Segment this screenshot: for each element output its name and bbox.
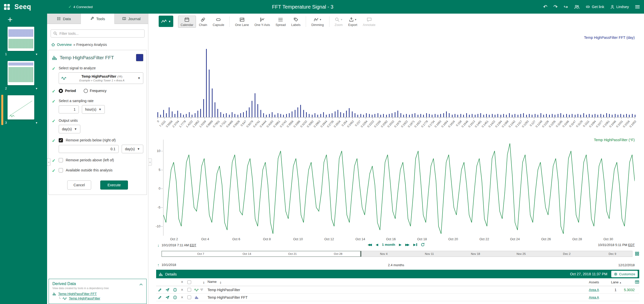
row-checkbox[interactable] bbox=[187, 288, 191, 292]
one-y-axis-button[interactable]: One Y-Axis bbox=[252, 16, 273, 28]
undo-icon[interactable]: ↶ bbox=[543, 4, 548, 9]
step-back-half-icon[interactable]: ◀ bbox=[376, 243, 378, 246]
remove-all-icon[interactable]: × bbox=[179, 280, 185, 284]
execute-button[interactable]: Execute bbox=[100, 180, 128, 190]
remove-below-input[interactable] bbox=[59, 145, 119, 153]
row-asset-link[interactable]: Area A bbox=[589, 288, 599, 292]
scrubber-track[interactable]: Oct 7Oct 14Oct 21Oct 28Nov 4Nov 11Nov 18… bbox=[161, 251, 632, 257]
info-icon[interactable] bbox=[171, 288, 179, 292]
color-swatch[interactable] bbox=[136, 54, 143, 61]
home-icon[interactable] bbox=[51, 43, 55, 47]
output-unit-dropdown[interactable]: day(s) ▼ bbox=[59, 125, 80, 133]
step-to-end-icon[interactable]: ▶ bbox=[413, 243, 417, 246]
sort-icon[interactable]: ▲▼ bbox=[220, 281, 222, 284]
calendar-button[interactable]: Calendar bbox=[178, 16, 196, 28]
tab-tools[interactable]: Tools bbox=[81, 14, 115, 24]
annotate-button[interactable]: Annotate bbox=[360, 16, 378, 28]
cancel-button[interactable]: Cancel bbox=[67, 180, 91, 190]
assets-column-header[interactable]: Assets bbox=[589, 280, 599, 284]
filter-tools-input[interactable] bbox=[51, 29, 145, 38]
row-name[interactable]: Temp HighPassFilter FFT bbox=[208, 295, 589, 299]
redo-icon[interactable]: ↷ bbox=[553, 4, 558, 9]
scroll-up-icon[interactable]: ↑ bbox=[157, 263, 159, 267]
remove-icon[interactable]: × bbox=[179, 295, 185, 300]
send-icon[interactable] bbox=[164, 295, 171, 299]
investigate-duration[interactable]: 2.4 months bbox=[388, 263, 404, 267]
capsule-button[interactable]: Capsule bbox=[210, 16, 227, 28]
details-row-temp-highpassfilter[interactable]: × °F Temp HighPassFilter Area A 1 5.3032 bbox=[156, 286, 639, 294]
chain-button[interactable]: Chain bbox=[196, 16, 210, 28]
edit-icon[interactable] bbox=[156, 288, 164, 292]
lane-column-header[interactable]: Lane bbox=[611, 280, 619, 284]
signal-select-dropdown[interactable]: Temp HighPassFilter (°F) Example » Cooli… bbox=[59, 72, 143, 84]
labels-button[interactable]: Labels bbox=[289, 16, 303, 28]
remove-below-unit-dropdown[interactable]: day(s) ▼ bbox=[122, 145, 143, 153]
expand-range-icon[interactable] bbox=[635, 252, 639, 256]
fft-bars[interactable] bbox=[157, 35, 635, 117]
step-forward-half-icon[interactable]: ▶ bbox=[399, 243, 401, 246]
remove-above-checkbox[interactable] bbox=[59, 158, 63, 162]
available-outside-checkbox[interactable] bbox=[59, 168, 63, 172]
one-lane-button[interactable]: One Lane bbox=[232, 16, 251, 28]
line-y-labels[interactable]: 1050-5-10 bbox=[155, 140, 163, 236]
new-worksheet-button[interactable]: + bbox=[8, 15, 47, 24]
row-asset-link[interactable]: Area A bbox=[589, 295, 599, 299]
customize-button[interactable]: Customize bbox=[611, 271, 638, 277]
derived-item-child-link[interactable]: Temp HighPassFilter bbox=[69, 296, 100, 300]
worksheet-2-thumbnail[interactable] bbox=[8, 61, 34, 85]
get-link-button[interactable]: Get link bbox=[586, 5, 604, 9]
sort-icon[interactable]: ▲▼ bbox=[203, 281, 205, 284]
export-button[interactable]: ▼ Export bbox=[346, 16, 360, 28]
worksheet-1-thumbnail[interactable] bbox=[8, 27, 34, 51]
investigate-end[interactable]: 12/12/2018 bbox=[618, 263, 635, 267]
hamburger-menu-icon[interactable] bbox=[635, 5, 640, 9]
view-selector-button[interactable]: ▼ bbox=[159, 16, 173, 27]
send-icon[interactable] bbox=[164, 288, 171, 292]
users-icon[interactable] bbox=[574, 5, 580, 9]
user-menu[interactable]: Lindsey bbox=[610, 5, 629, 9]
derived-data-title[interactable]: Derived Data bbox=[52, 282, 143, 286]
range-end[interactable]: 10/31/2018 5:11 PM EDT bbox=[598, 243, 635, 247]
step-forward-full-icon[interactable]: ▶▶ bbox=[405, 243, 410, 246]
edit-icon[interactable] bbox=[156, 295, 164, 299]
row-name[interactable]: Temp HighPassFilter bbox=[208, 288, 589, 292]
tab-journal[interactable]: Journal bbox=[115, 14, 148, 24]
frequency-radio[interactable] bbox=[84, 89, 88, 93]
worksheet-3-thumbnail[interactable] bbox=[8, 95, 34, 119]
period-radio[interactable] bbox=[59, 89, 63, 93]
temperature-plot[interactable] bbox=[163, 140, 635, 236]
dimming-button[interactable]: ▼ Dimming bbox=[309, 16, 326, 28]
forward-history-icon[interactable]: ↪ bbox=[564, 4, 568, 9]
step-back-full-icon[interactable]: ◀◀ bbox=[368, 243, 372, 246]
scrubber-selection[interactable] bbox=[161, 251, 361, 257]
collapse-worksheet-strip-handle[interactable]: « bbox=[47, 158, 51, 166]
refresh-icon[interactable] bbox=[421, 243, 425, 247]
select-all-checkbox[interactable] bbox=[187, 280, 191, 284]
collapse-tools-panel-handle[interactable]: « bbox=[148, 158, 152, 166]
connection-status[interactable]: ✓ 4 Connected bbox=[69, 5, 93, 9]
remove-below-checkbox[interactable]: ✓ bbox=[59, 138, 63, 142]
worksheet-3-menu-icon[interactable]: ▾ bbox=[36, 121, 37, 125]
details-row-temp-highpassfilter-fft[interactable]: × Temp HighPassFilter FFT Area A bbox=[156, 294, 639, 301]
remove-icon[interactable]: × bbox=[179, 288, 185, 292]
scroll-down-icon[interactable]: ↓ bbox=[157, 243, 159, 247]
spread-button[interactable]: Spread bbox=[273, 16, 288, 28]
worksheet-1-menu-icon[interactable]: ▾ bbox=[36, 52, 37, 56]
tab-data[interactable]: Data bbox=[47, 14, 81, 24]
info-icon[interactable] bbox=[171, 295, 179, 299]
sampling-rate-input[interactable] bbox=[59, 105, 79, 113]
derived-item-link[interactable]: Temp HighPassFilter FFT bbox=[58, 292, 97, 296]
breadcrumb-overview-link[interactable]: Overview bbox=[57, 43, 72, 47]
name-column-header[interactable]: Name bbox=[208, 280, 217, 284]
app-switcher-icon[interactable] bbox=[4, 4, 10, 10]
sampling-unit-dropdown[interactable]: hour(s) ▼ bbox=[82, 105, 105, 114]
collapse-derived-icon[interactable] bbox=[139, 282, 143, 287]
range-duration[interactable]: 1 month bbox=[382, 243, 395, 247]
add-column-icon[interactable] bbox=[635, 280, 639, 284]
range-start[interactable]: 10/1/2018 7:11 AM EDT bbox=[162, 243, 196, 247]
investigate-start[interactable]: 10/1/2018 bbox=[162, 263, 176, 267]
worksheet-2-menu-icon[interactable]: ▾ bbox=[36, 87, 37, 90]
zoom-button[interactable]: ▼ Zoom bbox=[332, 16, 345, 28]
row-checkbox[interactable] bbox=[187, 295, 191, 299]
seeq-logo[interactable]: Seeq bbox=[14, 3, 31, 11]
